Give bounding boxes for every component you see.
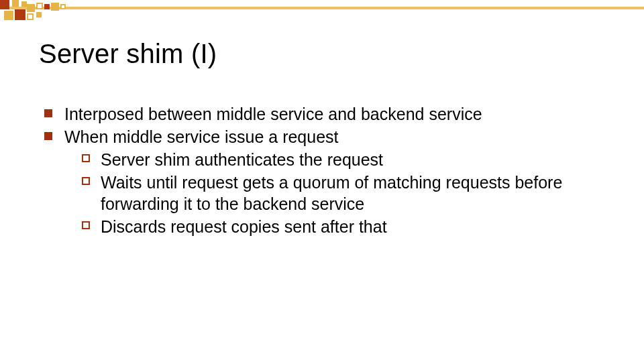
- deco-square: [51, 3, 59, 11]
- deco-square: [27, 4, 35, 12]
- deco-square: [12, 0, 19, 7]
- bullet-lvl2: Server shim authenticates the request: [82, 149, 617, 170]
- deco-square: [44, 4, 50, 9]
- deco-square: [21, 1, 27, 7]
- deco-square: [60, 4, 66, 9]
- deco-square: [15, 9, 25, 20]
- slide-title: Server shim (I): [39, 39, 217, 69]
- slide-deco: [0, 0, 644, 29]
- deco-square: [0, 0, 9, 9]
- slide: Server shim (I) Interposed between middl…: [0, 0, 644, 362]
- deco-bar: [0, 7, 644, 9]
- bullet-text: When middle service issue a request: [64, 127, 339, 146]
- bullet-lvl2: Discards request copies sent after that: [82, 216, 617, 237]
- slide-body: Interposed between middle service and ba…: [44, 103, 617, 239]
- deco-square: [27, 13, 34, 20]
- bullet-lvl1: Interposed between middle service and ba…: [44, 103, 617, 125]
- deco-square: [36, 12, 42, 17]
- bullet-lvl1: When middle service issue a request Serv…: [44, 126, 617, 237]
- bullet-lvl2: Waits until request gets a quorum of mat…: [82, 172, 617, 215]
- deco-square: [4, 11, 13, 20]
- deco-square: [36, 3, 43, 9]
